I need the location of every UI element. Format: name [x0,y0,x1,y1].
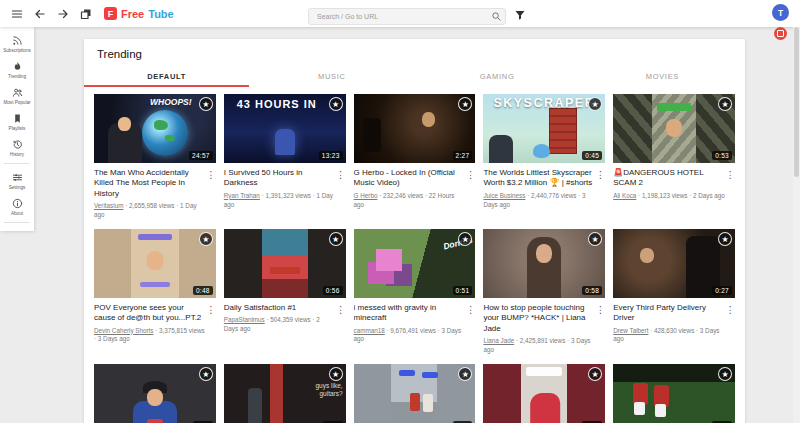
channel-link[interactable]: camman18 [354,327,385,334]
tab-gaming[interactable]: GAMING [415,66,580,87]
save-star-button[interactable]: ★ [588,232,602,246]
tab-movies[interactable]: MOVIES [580,66,745,87]
video-thumbnail[interactable]: ★ 0:43 [94,364,216,423]
video-menu-button[interactable]: ⋮ [206,168,216,220]
duration-badge: 24:57 [189,151,213,160]
scrollbar-thumb[interactable] [794,27,799,177]
channel-link[interactable]: Liana Jade [483,337,514,344]
video-thumbnail[interactable]: ★ 0:58 [483,229,605,298]
sidebar-item-history[interactable]: History [0,134,34,160]
video-thumbnail[interactable]: SKYSCRAPER ★ 0:45 [483,94,605,163]
video-thumbnail[interactable]: ★ 0:48 [94,229,216,298]
video-title[interactable]: G Herbo - Locked In (Official Music Vide… [354,168,466,189]
save-star-button[interactable]: ★ [718,367,732,381]
tab-default[interactable]: DEFAULT [84,66,249,87]
thumbnail-art [530,393,560,423]
sidebar-item-label: Most Popular [3,100,30,105]
channel-link[interactable]: G Herbo [354,192,378,199]
video-menu-button[interactable]: ⋮ [465,303,475,344]
save-star-button[interactable]: ★ [199,232,213,246]
video-menu-button[interactable]: ⋮ [465,168,475,209]
profile-indicator-badge[interactable] [774,27,787,40]
scrollbar[interactable] [793,27,800,423]
sidebar-item-about[interactable]: About [0,193,34,219]
video-title[interactable]: 🚨DANGEROUS HOTEL SCAM 2 [613,168,725,189]
thumbnail-art [147,389,163,406]
video-thumbnail[interactable]: ★ 2:27 [354,94,476,163]
save-star-button[interactable]: ★ [458,97,472,111]
forward-arrow-icon[interactable] [56,7,69,20]
sidebar-item-label: Trending [8,74,26,79]
sidebar-item-playlists[interactable]: Playlists [0,108,34,134]
thumbnail-overlay-text: 43 HOURS IN [224,98,330,110]
video-thumbnail[interactable]: ★ 0:13 [354,364,476,423]
video-thumbnail[interactable]: 43 HOURS IN ★ 13:23 [224,94,346,163]
sidebar: Subscriptions Trending Most Popular Play… [0,27,34,231]
save-star-button[interactable]: ★ [329,232,343,246]
filter-funnel-icon[interactable] [514,7,527,20]
video-thumbnail[interactable]: ★ 0:20 [613,364,735,423]
video-thumbnail[interactable]: ★ 0:27 [613,229,735,298]
channel-link[interactable]: Drew Talbert [613,327,648,334]
video-thumbnail[interactable]: Doritos ★ 0:51 [354,229,476,298]
video-thumbnail[interactable]: WHOOPS! ★ 24:57 [94,94,216,163]
save-star-button[interactable]: ★ [588,367,602,381]
new-window-icon[interactable] [79,7,92,20]
search-input[interactable] [308,8,506,25]
video-title[interactable]: i messed with gravity in minecraft [354,303,466,324]
video-title[interactable]: I Survived 50 Hours in Darkness [224,168,336,189]
fire-icon [11,60,23,72]
save-star-button[interactable]: ★ [718,97,732,111]
video-menu-button[interactable]: ⋮ [595,303,605,355]
video-title[interactable]: Daily Satisfaction #1 [224,303,336,313]
save-star-button[interactable]: ★ [329,97,343,111]
sidebar-item-most-popular[interactable]: Most Popular [0,82,34,108]
channel-link[interactable]: Juice Business [483,192,525,199]
thumbnail-overlay-text: guys like, guitars? [301,382,343,400]
video-menu-button[interactable]: ⋮ [595,168,605,209]
tab-music[interactable]: MUSIC [249,66,414,87]
sidebar-item-subscriptions[interactable]: Subscriptions [0,30,34,56]
freetube-logo[interactable]: F FreeTube [104,7,174,20]
video-title[interactable]: The Worlds Littlest Skyscraper Worth $3.… [483,168,595,189]
save-star-button[interactable]: ★ [718,232,732,246]
video-card: SKYSCRAPER ★ 0:45 The Worlds Littlest Sk… [483,94,605,220]
channel-line: Drew Talbert · 428,630 views · 3 Days ag… [613,327,725,345]
video-menu-button[interactable]: ⋮ [336,303,346,334]
save-star-button[interactable]: ★ [199,367,213,381]
profile-avatar[interactable]: T [772,4,789,21]
video-title[interactable]: Every Third Party Delivery Driver [613,303,725,324]
video-info: G Herbo - Locked In (Official Music Vide… [354,168,476,209]
save-star-button[interactable]: ★ [458,367,472,381]
hamburger-menu-icon[interactable] [10,7,23,20]
thumbnail-art [275,129,295,155]
video-thumbnail[interactable]: ★ 0:53 [613,94,735,163]
channel-link[interactable]: Veritasium [94,202,123,209]
channel-line: Ryan Trahan · 1,391,323 views · 1 Day ag… [224,192,336,210]
save-star-button[interactable]: ★ [329,367,343,381]
channel-link[interactable]: Ryan Trahan [224,192,260,199]
video-menu-button[interactable]: ⋮ [336,168,346,209]
channel-link[interactable]: Ali Koca [613,192,636,199]
video-card: 43 HOURS IN ★ 13:23 I Survived 50 Hours … [224,94,346,220]
video-title[interactable]: The Man Who Accidentally Killed The Most… [94,168,206,199]
video-thumbnail[interactable]: ★ 0:13 [483,364,605,423]
channel-link[interactable]: PapaStanimus [224,316,265,323]
video-menu-button[interactable]: ⋮ [725,168,735,201]
back-arrow-icon[interactable] [33,7,46,20]
thumbnail-art [536,244,552,263]
search-icon[interactable] [491,8,502,19]
video-card: ★ 0:48 POV Everyone sees your cause of d… [94,229,216,355]
sidebar-item-trending[interactable]: Trending [0,56,34,82]
video-menu-button[interactable]: ⋮ [206,303,216,344]
video-thumbnail[interactable]: ★ 0:56 [224,229,346,298]
channel-link[interactable]: Devin Caherly Shorts [94,327,154,334]
save-star-button[interactable]: ★ [199,97,213,111]
video-title[interactable]: POV Everyone sees your cause of de@th bu… [94,303,206,324]
sidebar-item-settings[interactable]: Settings [0,167,34,193]
video-info: POV Everyone sees your cause of de@th bu… [94,303,216,344]
video-title[interactable]: How to stop people touching your BUMP? *… [483,303,595,334]
video-card: ★ 0:58 How to stop people touching your … [483,229,605,355]
video-menu-button[interactable]: ⋮ [725,303,735,344]
video-thumbnail[interactable]: guys like, guitars? ★ 0:55 [224,364,346,423]
